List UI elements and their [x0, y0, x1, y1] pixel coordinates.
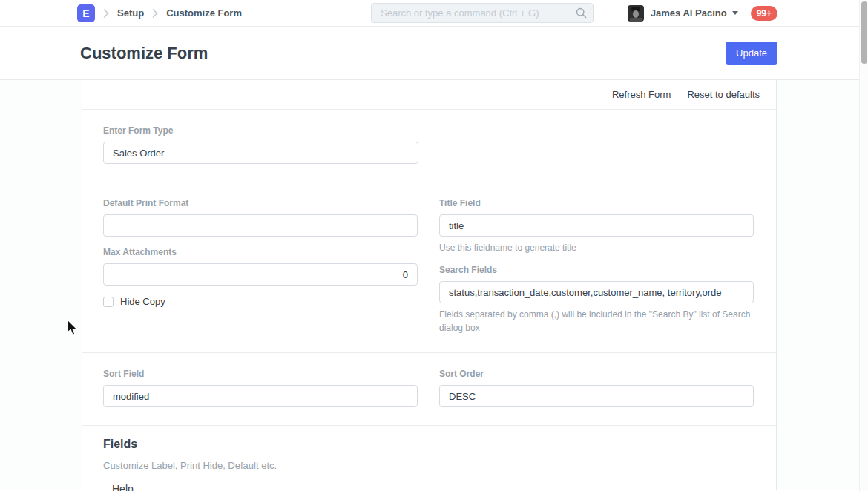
hide-copy-checkbox-row[interactable]: Hide Copy	[103, 296, 418, 307]
default-print-format-input[interactable]	[103, 214, 418, 237]
title-field-input[interactable]	[439, 214, 754, 237]
properties-left-column: Default Print Format Max Attachments Hid…	[103, 198, 418, 335]
breadcrumb-chevron-icon	[152, 9, 158, 18]
navbar: E Setup Customize Form James Al Pacino 9…	[0, 0, 868, 27]
user-name: James Al Pacino	[651, 7, 727, 19]
sort-field-field: Sort Field	[103, 369, 418, 407]
enter-form-type-field: Enter Form Type	[103, 125, 418, 164]
title-field-label: Title Field	[439, 198, 754, 208]
breadcrumb-customize-form[interactable]: Customize Form	[166, 7, 242, 19]
default-print-format-field: Default Print Format	[103, 198, 418, 237]
search-fields-field: Search Fields Fields separated by comma …	[439, 265, 754, 335]
fields-section-description: Customize Label, Print Hide, Default etc…	[103, 460, 754, 471]
fields-section-title: Fields	[103, 438, 754, 451]
navbar-right: James Al Pacino 99+	[628, 5, 777, 22]
fields-section: Fields Customize Label, Print Hide, Defa…	[82, 426, 776, 491]
app-logo[interactable]: E	[77, 4, 95, 22]
max-attachments-field: Max Attachments	[103, 247, 418, 286]
title-field-help: Use this fieldname to generate title	[439, 242, 754, 254]
notifications-badge[interactable]: 99+	[751, 6, 777, 21]
form-toolbar: Refresh Form Reset to defaults	[82, 80, 776, 110]
default-print-format-label: Default Print Format	[103, 198, 418, 208]
enter-form-type-label: Enter Form Type	[103, 125, 418, 136]
properties-section: Default Print Format Max Attachments Hid…	[82, 182, 776, 353]
chevron-down-icon	[732, 11, 738, 15]
page-title: Customize Form	[80, 44, 208, 63]
breadcrumb-setup[interactable]: Setup	[117, 7, 144, 19]
search-fields-input[interactable]	[439, 281, 754, 303]
title-field-field: Title Field Use this fieldname to genera…	[439, 198, 754, 254]
sorting-left-column: Sort Field	[103, 369, 418, 407]
scrollbar-track[interactable]	[859, 0, 868, 491]
sort-order-field: Sort Order	[439, 369, 754, 407]
update-button[interactable]: Update	[726, 42, 777, 65]
breadcrumb-chevron-icon	[103, 9, 109, 18]
sort-field-label: Sort Field	[103, 369, 418, 379]
page-body: Refresh Form Reset to defaults Enter For…	[0, 80, 868, 490]
reset-to-defaults-link[interactable]: Reset to defaults	[687, 89, 760, 100]
scrollbar-thumb[interactable]	[861, 1, 867, 64]
sort-field-input[interactable]	[103, 385, 418, 407]
search-icon	[576, 7, 587, 19]
max-attachments-label: Max Attachments	[103, 247, 418, 257]
max-attachments-input[interactable]	[103, 263, 418, 286]
page-header: Customize Form Update	[0, 27, 868, 80]
enter-form-type-input[interactable]	[103, 142, 418, 164]
user-avatar[interactable]	[628, 5, 644, 22]
sorting-right-column: Sort Order	[439, 369, 754, 407]
search-fields-help: Fields separated by comma (,) will be in…	[439, 309, 754, 335]
properties-right-column: Title Field Use this fieldname to genera…	[439, 198, 754, 335]
hide-copy-label: Hide Copy	[120, 296, 165, 307]
refresh-form-link[interactable]: Refresh Form	[612, 89, 671, 100]
breadcrumb: E Setup Customize Form	[77, 4, 242, 22]
fields-help-link[interactable]: Help	[103, 483, 754, 491]
user-menu[interactable]: James Al Pacino	[651, 7, 738, 19]
sort-order-label: Sort Order	[439, 369, 754, 379]
sorting-section: Sort Field Sort Order	[82, 353, 776, 426]
search-input[interactable]	[371, 3, 594, 23]
global-search	[371, 3, 594, 23]
form-card: Refresh Form Reset to defaults Enter For…	[82, 80, 777, 490]
sort-order-input[interactable]	[439, 385, 754, 407]
search-fields-label: Search Fields	[439, 265, 754, 275]
hide-copy-checkbox[interactable]	[103, 297, 114, 307]
form-type-section: Enter Form Type	[82, 110, 776, 182]
